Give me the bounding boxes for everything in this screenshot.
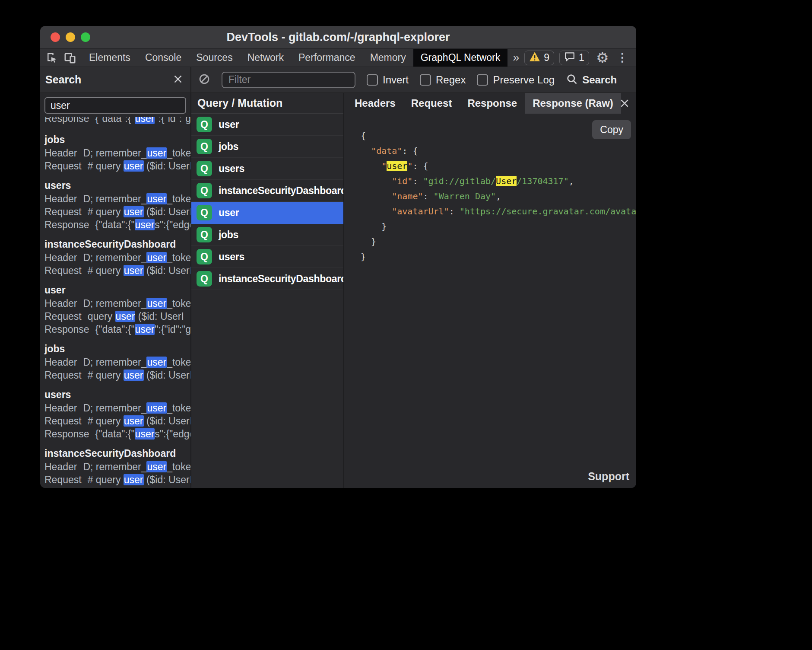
search-text-segment: {"data":{" [95,117,135,124]
response-tab-headers[interactable]: Headers [347,93,403,114]
search-result-line[interactable]: Requestquery user ($id: UserI [44,310,190,323]
checkbox-label-preserve-log: Preserve Log [493,74,555,86]
more-tabs-chevron[interactable]: » [508,49,524,67]
query-item-label: instanceSecurityDashboard [219,273,343,285]
search-text-segment: # query [88,160,124,172]
tab-elements[interactable]: Elements [82,49,138,67]
search-result-line[interactable]: Request# query user ($id: UserI [44,205,190,218]
search-result-line[interactable]: Response{"data":{"user":{"id":"gid [44,323,190,336]
search-match-highlight: user [124,265,144,276]
checkbox-box-regex[interactable] [420,74,431,86]
minimize-button[interactable] [66,32,75,42]
checkbox-preserve-log[interactable]: Preserve Log [477,74,555,86]
search-result-line[interactable]: HeaderD; remember_user_token=e [44,297,190,310]
search-text-segment: D; remember_ [83,252,146,263]
search-result-section: usersHeaderD; remember_user_token=eReque… [44,178,190,231]
checkbox-box-invert[interactable] [367,74,378,86]
json-token [361,176,392,186]
messages-badge[interactable]: 1 [559,51,589,65]
filter-input[interactable] [222,72,355,88]
result-line-label: Header [44,252,77,263]
json-line: "user": { [361,159,636,174]
tabbar-left-icons [44,49,82,67]
result-section-title[interactable]: jobs [44,342,190,356]
json-token: "gid://gitlab/ [423,176,496,186]
query-list-item[interactable]: Qjobs [191,136,343,158]
search-match-highlight: user [124,415,144,427]
result-section-title[interactable]: jobs [44,133,190,147]
query-list-item[interactable]: QinstanceSecurityDashboard [191,180,343,202]
json-line: } [361,249,636,264]
search-result-section: instanceSecurityDashboardHeaderD; rememb… [44,446,190,486]
query-list: QuserQjobsQusersQinstanceSecurityDashboa… [191,114,343,488]
tab-performance[interactable]: Performance [291,49,363,67]
search-match-highlight: user [124,160,144,172]
search-match-highlight: user [146,193,167,204]
query-list-item[interactable]: Qjobs [191,224,343,246]
search-toggle[interactable]: Search [566,73,617,87]
response-tab-response-raw[interactable]: Response (Raw) [525,93,621,114]
query-list-item[interactable]: Qusers [191,158,343,180]
settings-gear-icon[interactable]: ⚙ [594,49,611,67]
search-match-highlight: user [124,474,144,485]
tab-network[interactable]: Network [240,49,291,67]
search-results-scroll[interactable]: Response{"data":{"user":{"id":"gid jobsH… [40,114,190,488]
checkbox-invert[interactable]: Invert [367,74,409,86]
copy-button[interactable]: Copy [592,120,631,139]
more-options-icon[interactable]: ⋮ [614,49,631,67]
search-text-segment: ($id: UserI [144,474,190,485]
search-result-line[interactable]: Request# query user ($id: UserI [44,414,190,427]
tab-graphql-network[interactable]: GraphQL Network [413,49,508,67]
search-result-line[interactable]: Request# query user ($id: UserI [44,473,190,486]
zoom-button[interactable] [81,32,90,42]
result-section-title[interactable]: user [44,283,190,297]
window-titlebar: DevTools - gitlab.com/-/graphql-explorer [40,26,636,49]
response-body: Copy { "data": { "user": { "id": "gid://… [344,114,636,488]
response-tab-response[interactable]: Response [460,93,525,114]
json-token: " [407,161,412,171]
json-token [361,206,392,217]
result-section-title[interactable]: instanceSecurityDashboard [44,446,190,460]
tab-memory[interactable]: Memory [363,49,413,67]
json-response-viewer[interactable]: { "data": { "user": { "id": "gid://gitla… [361,128,636,488]
search-panel-close-icon[interactable] [172,73,184,86]
tab-console[interactable]: Console [138,49,189,67]
search-input[interactable] [44,97,186,114]
search-result-line[interactable]: HeaderD; remember_user_token=e [44,401,190,414]
checkbox-box-preserve-log[interactable] [477,74,488,86]
result-section-title[interactable]: users [44,178,190,192]
search-result-line[interactable]: HeaderD; remember_user_token=e [44,147,190,159]
close-button[interactable] [51,32,60,42]
search-result-line[interactable]: HeaderD; remember_user_token=e [44,192,190,205]
search-text-segment: query [88,311,115,322]
search-result-line[interactable]: Response{"data":{"users":{"edges [44,218,190,231]
tab-sources[interactable]: Sources [189,49,240,67]
search-result-line[interactable]: Request# query user ($id: UserI [44,264,190,277]
result-section-title[interactable]: instanceSecurityDashboard [44,237,190,251]
response-panel-close-icon[interactable] [619,93,630,114]
search-result-line[interactable]: Request# query user ($id: UserI [44,369,190,382]
device-toolbar-icon[interactable] [62,49,78,67]
search-result-line[interactable]: Response{"data":{"users":{"edges [44,427,190,440]
query-list-item[interactable]: QinstanceSecurityDashboard [191,268,343,290]
response-tab-request[interactable]: Request [403,93,460,114]
search-result-line[interactable]: HeaderD; remember_user_token=e [44,251,190,264]
search-result-line[interactable]: Response{"data":{"user":{"id":"gid [44,117,190,125]
query-badge: Q [197,117,212,132]
result-line-label: Header [44,461,77,472]
query-list-item[interactable]: Qusers [191,246,343,268]
warnings-badge[interactable]: 9 [524,51,554,65]
search-result-line[interactable]: HeaderD; remember_user_token=e [44,460,190,473]
query-list-item[interactable]: Quser [191,114,343,136]
clear-icon[interactable] [198,73,210,87]
inspect-element-icon[interactable] [44,49,60,67]
tabbar-right-icons: ⚙ ⋮ [589,49,631,67]
query-list-item-selected[interactable]: Quser [191,202,343,224]
result-section-title[interactable]: users [44,388,190,401]
search-result-line[interactable]: Request# query user ($id: UserI [44,159,190,172]
search-result-section: jobsHeaderD; remember_user_token=eReques… [44,342,190,382]
json-token: : { [412,161,428,171]
checkbox-regex[interactable]: Regex [420,74,466,86]
search-result-line[interactable]: HeaderD; remember_user_token=e [44,356,190,369]
support-link[interactable]: Support [588,470,629,483]
